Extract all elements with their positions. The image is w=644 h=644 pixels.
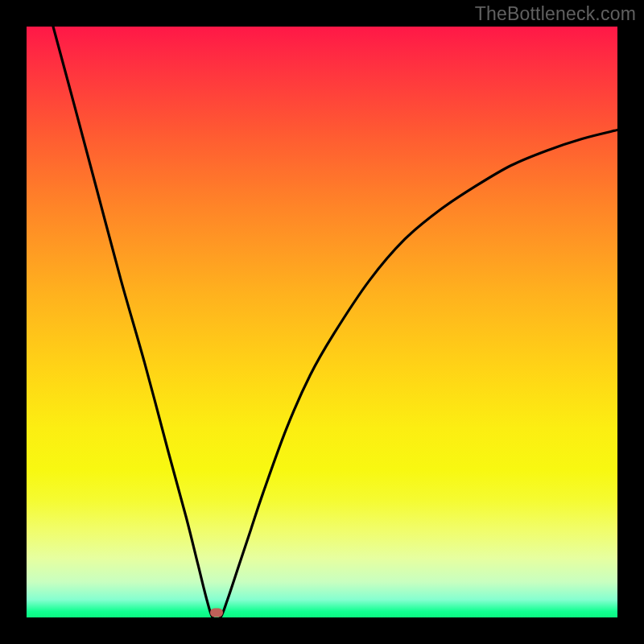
bottleneck-curve <box>53 27 617 617</box>
optimal-point-marker <box>210 609 223 617</box>
plot-area <box>27 27 617 617</box>
chart-frame: TheBottleneck.com <box>0 0 644 644</box>
watermark-text: TheBottleneck.com <box>475 3 636 25</box>
curve-layer <box>27 27 617 617</box>
